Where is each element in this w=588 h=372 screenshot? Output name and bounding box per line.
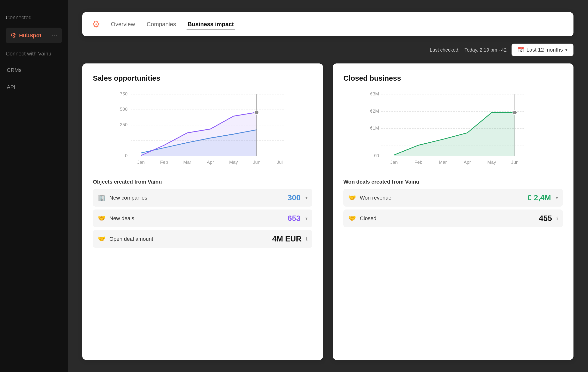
svg-text:May: May	[487, 160, 496, 165]
stat-row-open-deal-amount: 🤝 Open deal amount 4M EUR ℹ	[93, 230, 312, 248]
svg-point-37	[513, 110, 517, 115]
stat-row-won-revenue[interactable]: 🤝 Won revenue € 2,4M ▾	[343, 189, 563, 207]
sidebar-connected-label: Connected	[6, 14, 62, 21]
won-revenue-label: Won revenue	[360, 195, 524, 201]
new-deals-label: New deals	[109, 215, 285, 222]
svg-text:0: 0	[125, 153, 128, 158]
closed-business-title: Closed business	[343, 74, 563, 82]
svg-text:Feb: Feb	[414, 160, 422, 165]
sales-opportunities-card: Sales opportunities 750 500 250 0 Ja	[82, 64, 323, 360]
sidebar-item-crms[interactable]: CRMs	[6, 64, 62, 76]
sidebar-item-hubspot[interactable]: ⚙ HubSpot ···	[6, 28, 62, 43]
closed-chart-svg: €3M €2M €1M €0 Jan Feb Mar Apr May Jun	[343, 89, 563, 172]
svg-text:Jan: Jan	[137, 160, 145, 165]
controls-row: Last checked: Today, 2:19 pm · 42 📅 Last…	[82, 44, 574, 56]
open-deal-icon: 🤝	[98, 235, 106, 243]
sales-opportunities-chart: 750 500 250 0 Jan Feb Mar Apr May Jun Ju…	[93, 89, 312, 172]
tab-overview[interactable]: Overview	[110, 19, 136, 30]
svg-text:€2M: €2M	[370, 109, 379, 114]
svg-marker-35	[394, 113, 515, 156]
sidebar-item-api[interactable]: API	[6, 81, 62, 93]
new-companies-chevron-icon[interactable]: ▾	[305, 195, 307, 200]
new-deals-value: 653	[288, 214, 301, 223]
svg-text:Jun: Jun	[511, 160, 519, 165]
hubspot-dots[interactable]: ···	[52, 33, 58, 39]
closed-label: Closed	[360, 215, 536, 222]
open-deal-label: Open deal amount	[109, 236, 269, 242]
hubspot-icon: ⚙	[10, 32, 16, 40]
won-revenue-icon: 🤝	[348, 194, 357, 201]
stat-row-closed: 🤝 Closed 455 ℹ	[343, 209, 563, 227]
hubspot-label: HubSpot	[19, 33, 49, 39]
svg-text:€3M: €3M	[370, 91, 379, 96]
closed-icon: 🤝	[348, 215, 357, 222]
svg-text:€0: €0	[374, 153, 379, 158]
svg-text:Apr: Apr	[464, 160, 471, 165]
svg-text:May: May	[229, 160, 238, 165]
main-content: ⚙ Overview Companies Business impact Las…	[68, 0, 588, 372]
svg-text:Apr: Apr	[207, 160, 214, 165]
top-nav-card: ⚙ Overview Companies Business impact	[82, 12, 574, 36]
last-checked-value: Today, 2:19 pm · 42	[464, 47, 506, 53]
date-filter-button[interactable]: 📅 Last 12 months ▾	[512, 44, 574, 56]
closed-business-chart: €3M €2M €1M €0 Jan Feb Mar Apr May Jun	[343, 89, 563, 172]
svg-text:250: 250	[120, 122, 127, 127]
svg-text:Jan: Jan	[390, 160, 398, 165]
stat-row-new-companies[interactable]: 🏢 New companies 300 ▾	[93, 189, 312, 207]
svg-text:Mar: Mar	[439, 160, 447, 165]
svg-text:Mar: Mar	[183, 160, 191, 165]
stat-row-new-deals[interactable]: 🤝 New deals 653 ▾	[93, 209, 312, 227]
new-deals-chevron-icon[interactable]: ▾	[305, 216, 307, 221]
svg-text:€1M: €1M	[370, 125, 379, 131]
company-icon: 🏢	[98, 194, 106, 201]
tab-companies[interactable]: Companies	[146, 19, 177, 30]
svg-text:750: 750	[120, 91, 127, 96]
sales-stats-title: Objects created from Vainu	[93, 179, 312, 185]
date-filter-label: Last 12 months	[526, 47, 563, 53]
new-companies-value: 300	[288, 193, 301, 202]
calendar-icon: 📅	[518, 47, 524, 53]
svg-text:Feb: Feb	[160, 160, 168, 165]
deals-icon: 🤝	[98, 215, 106, 222]
svg-text:Jul: Jul	[277, 160, 283, 165]
svg-text:Jun: Jun	[253, 160, 260, 165]
cards-row: Sales opportunities 750 500 250 0 Ja	[82, 64, 574, 360]
closed-value: 455	[539, 214, 552, 223]
svg-text:500: 500	[120, 107, 127, 112]
sales-chart-svg: 750 500 250 0 Jan Feb Mar Apr May Jun Ju…	[93, 89, 312, 172]
won-revenue-value: € 2,4M	[527, 193, 551, 202]
closed-info-icon[interactable]: ℹ	[556, 216, 558, 221]
open-deal-info-icon[interactable]: ℹ	[306, 236, 307, 242]
tab-business-impact[interactable]: Business impact	[187, 19, 235, 30]
new-companies-label: New companies	[109, 195, 285, 201]
won-revenue-chevron-icon[interactable]: ▾	[556, 195, 558, 200]
closed-stats-title: Won deals created from Vainu	[343, 179, 563, 185]
closed-business-card: Closed business €3M €2M €1M €0 Jan	[333, 64, 574, 360]
last-checked-label: Last checked:	[430, 47, 460, 53]
hubspot-logo-top-icon: ⚙	[92, 19, 100, 30]
svg-marker-17	[141, 112, 257, 156]
chevron-down-icon: ▾	[565, 47, 567, 53]
svg-point-19	[254, 110, 259, 114]
sidebar: Connected ⚙ HubSpot ··· Connect with Vai…	[0, 0, 68, 372]
open-deal-value: 4M EUR	[272, 234, 302, 243]
sales-opportunities-title: Sales opportunities	[93, 74, 312, 82]
connect-with-vainu-label: Connect with Vainu	[6, 48, 62, 59]
